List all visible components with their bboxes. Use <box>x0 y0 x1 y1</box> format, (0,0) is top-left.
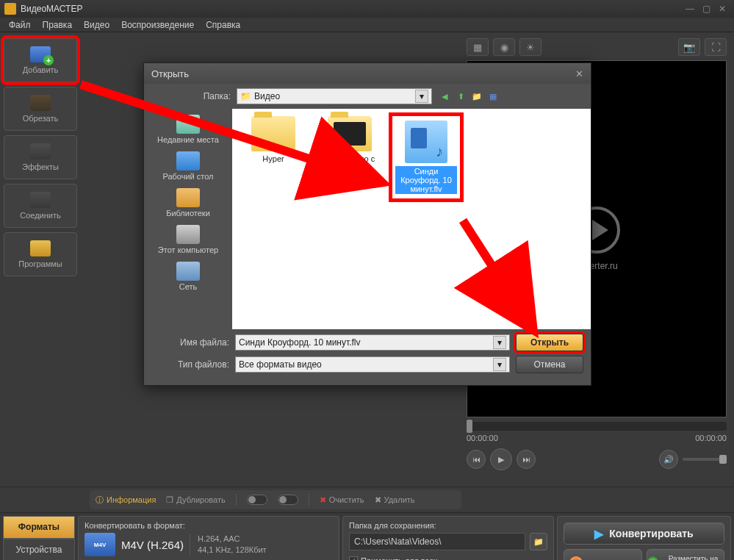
sidebar-programs-label: Программы <box>18 259 62 268</box>
nav-back-icon[interactable]: ◀ <box>438 90 451 103</box>
file-item-crawford[interactable]: Синди Кроуфорд. 10 минут.flv <box>392 116 460 198</box>
sidebar-join-label: Соединить <box>20 211 61 220</box>
folder-icon <box>251 116 295 151</box>
place-recent[interactable]: Недавние места <box>147 112 229 147</box>
tab-devices[interactable]: Устройства <box>3 539 75 560</box>
nav-up-icon[interactable]: ⬆ <box>454 90 467 103</box>
disc-icon <box>569 556 583 560</box>
tab-formats[interactable]: Форматы <box>3 516 75 539</box>
filetype-select[interactable]: Все форматы видео ▾ <box>235 356 510 373</box>
preview-timeline[interactable] <box>467 422 727 431</box>
browse-folder-button[interactable]: 📁 <box>530 533 547 550</box>
chevron-down-icon: ▾ <box>415 90 428 103</box>
menu-video[interactable]: Видео <box>78 18 115 32</box>
desktop-icon <box>176 151 200 170</box>
preview-fullscreen-icon[interactable]: ⛶ <box>705 38 727 56</box>
effects-icon <box>30 143 51 159</box>
list-toolbar: ⓘИнформация ❐Дублировать ✖Очистить ✖Удал… <box>90 490 461 509</box>
cut-icon <box>30 95 51 111</box>
view-toggle-2[interactable] <box>278 495 298 505</box>
save-apply-all-checkbox[interactable]: Применить для всех <box>349 556 437 560</box>
folder-small-icon: 📁 <box>240 91 251 101</box>
computer-icon <box>176 225 200 244</box>
clear-icon: ✖ <box>320 495 326 505</box>
recent-icon <box>176 115 200 134</box>
place-desktop[interactable]: Рабочий стол <box>147 148 229 184</box>
sidebar-effects-button[interactable]: Эффекты <box>4 135 77 179</box>
file-item-windows10[interactable]: Знакомство с Windows 10 <box>316 116 384 172</box>
sidebar: Добавить Обрезать Эффекты Соединить Прог… <box>0 32 81 487</box>
place-libraries[interactable]: Библиотеки <box>147 185 229 220</box>
filename-input[interactable]: Синди Кроуфорд. 10 минут.flv ▾ <box>235 334 510 351</box>
nav-view-icon[interactable]: ▦ <box>486 90 500 103</box>
burn-dvd-button[interactable]: Записать DVD <box>564 549 642 560</box>
programs-icon <box>30 240 51 256</box>
convert-button[interactable]: ▶ Конвертировать <box>564 523 724 545</box>
preview-snapshot-icon[interactable]: ◉ <box>493 38 515 56</box>
open-file-dialog: Открыть ✕ Папка: 📁 Видео ▾ ◀ ⬆ 📁 ▦ Недав… <box>143 62 591 386</box>
format-name[interactable]: M4V (H.264) <box>121 539 184 551</box>
view-toggle-1[interactable] <box>247 495 267 505</box>
app-icon <box>4 3 16 15</box>
sidebar-effects-label: Эффекты <box>22 162 59 171</box>
chevron-down-icon: ▾ <box>493 336 506 349</box>
menu-file[interactable]: Файл <box>3 18 37 32</box>
sidebar-cut-button[interactable]: Обрезать <box>4 87 77 131</box>
join-icon <box>30 192 51 208</box>
prev-button[interactable]: ⏮ <box>467 450 486 469</box>
sidebar-cut-label: Обрезать <box>23 114 59 123</box>
dialog-title: Открыть <box>151 68 189 79</box>
format-header: Конвертировать в формат: <box>84 521 333 530</box>
duplicate-icon: ❐ <box>166 495 173 505</box>
info-button[interactable]: ⓘИнформация <box>96 495 156 506</box>
libraries-icon <box>176 188 200 207</box>
duplicate-button[interactable]: ❐Дублировать <box>166 495 225 505</box>
file-area[interactable]: Hyper Знакомство с Windows 10 Синди Кроу… <box>232 109 591 329</box>
dialog-close-button[interactable]: ✕ <box>575 68 583 79</box>
network-icon <box>176 262 200 281</box>
play-button[interactable]: ▶ <box>490 448 512 470</box>
minimize-button[interactable]: — <box>683 4 697 14</box>
preview-tool-1[interactable]: ▦ <box>467 38 489 56</box>
preview-brightness-icon[interactable]: ☀ <box>519 38 541 56</box>
sidebar-programs-button[interactable]: Программы <box>4 232 77 276</box>
places-sidebar: Недавние места Рабочий стол Библиотеки Э… <box>144 109 232 329</box>
next-button[interactable]: ⏭ <box>517 450 536 469</box>
place-network[interactable]: Сеть <box>147 259 229 294</box>
close-button[interactable]: ✕ <box>715 4 730 14</box>
place-computer[interactable]: Этот компьютер <box>147 222 229 257</box>
chevron-down-icon: ▾ <box>493 358 506 371</box>
sidebar-add-button[interactable]: Добавить <box>4 38 77 82</box>
delete-button[interactable]: ✖Удалить <box>375 495 415 505</box>
save-path-input[interactable] <box>349 533 525 550</box>
convert-icon: ▶ <box>594 527 603 541</box>
filename-label: Имя файла: <box>151 337 229 348</box>
maximize-button[interactable]: ▢ <box>699 4 713 14</box>
sidebar-join-button[interactable]: Соединить <box>4 184 77 228</box>
dialog-titlebar: Открыть ✕ <box>144 63 591 84</box>
menu-playback[interactable]: Воспроизведение <box>115 18 200 32</box>
action-panel: ▶ Конвертировать Записать DVD Разместить… <box>557 516 731 560</box>
save-header: Папка для сохранения: <box>349 521 547 530</box>
dialog-folder-label: Папка: <box>151 91 231 101</box>
nav-newfolder-icon[interactable]: 📁 <box>470 90 483 103</box>
publish-web-button[interactable]: Разместить на сайте <box>647 549 725 560</box>
delete-icon: ✖ <box>375 495 381 505</box>
folder-icon: 📁 <box>533 537 544 547</box>
dialog-folder-select[interactable]: 📁 Видео ▾ <box>237 88 432 104</box>
save-panel: Папка для сохранения: 📁 Применить для вс… <box>342 516 554 560</box>
clear-button[interactable]: ✖Очистить <box>320 495 364 505</box>
volume-slider[interactable] <box>683 458 727 461</box>
titlebar: ВидеоМАСТЕР — ▢ ✕ <box>0 0 734 18</box>
menu-help[interactable]: Справка <box>200 18 246 32</box>
info-icon: ⓘ <box>96 495 104 506</box>
file-item-hyper[interactable]: Hyper <box>240 116 307 163</box>
dialog-open-button[interactable]: Открыть <box>516 334 583 351</box>
dialog-cancel-button[interactable]: Отмена <box>516 356 583 373</box>
globe-icon <box>647 556 658 560</box>
volume-icon[interactable]: 🔊 <box>659 450 678 469</box>
sidebar-add-label: Добавить <box>23 65 59 74</box>
preview-camera-icon[interactable]: 📷 <box>678 38 700 56</box>
menu-edit[interactable]: Правка <box>37 18 79 32</box>
folder-icon <box>328 116 372 151</box>
